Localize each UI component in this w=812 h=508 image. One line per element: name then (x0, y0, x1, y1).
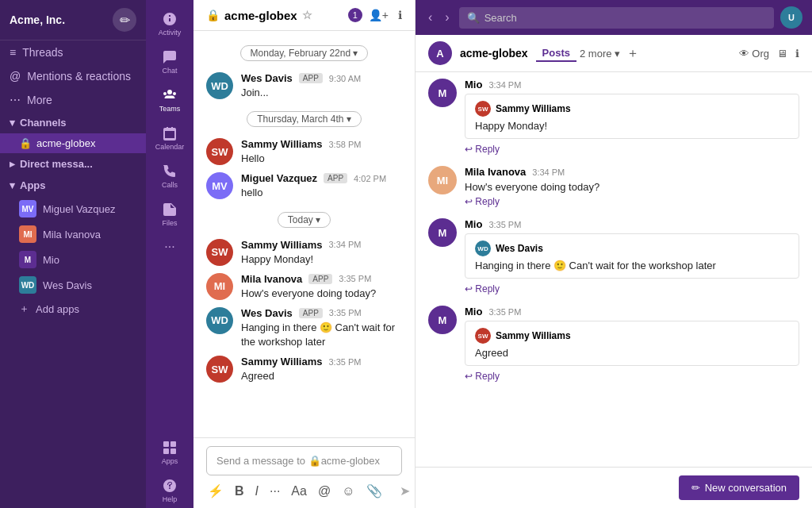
tab-more[interactable]: 2 more ▾ (580, 48, 620, 60)
italic-icon[interactable]: I (254, 483, 260, 500)
msg-text: Happy Monday! (241, 252, 402, 267)
new-conversation-button[interactable]: ✏ New conversation (679, 475, 799, 500)
forward-button[interactable]: › (442, 9, 452, 26)
emoji-icon[interactable]: ☺ (340, 483, 356, 500)
tab-posts[interactable]: Posts (536, 45, 576, 62)
svg-rect-2 (163, 448, 169, 454)
star-icon[interactable]: ☆ (302, 9, 312, 21)
date-divider-btn[interactable]: Monday, February 22nd ▾ (240, 45, 369, 61)
channels-label: Channels (20, 117, 67, 129)
sidebar-app-mio[interactable]: M Mio (0, 247, 146, 272)
nav-activity[interactable]: Activity (146, 6, 193, 41)
msg-time: 3:34 PM (328, 240, 361, 249)
info-icon[interactable]: ℹ (398, 9, 402, 21)
quoted-avatar: WD (475, 241, 491, 256)
msg-header: Sammy Williams 3:58 PM (241, 138, 402, 150)
org-button[interactable]: 👁 Org (739, 48, 769, 60)
chat-header: 🔒 acme-globex ☆ 1 👤+ ℹ (193, 0, 415, 31)
nav-chat[interactable]: Chat (146, 44, 193, 79)
sidebar-app-mila[interactable]: MI Mila Ivanova (0, 221, 146, 247)
msg-time: 4:02 PM (354, 174, 386, 183)
quoted-card: WD Wes Davis Hanging in there 🙂 Can't wa… (465, 233, 799, 279)
org-name[interactable]: Acme, Inc. (10, 13, 65, 26)
nav-calls[interactable]: Calls (146, 159, 193, 194)
compose-button[interactable]: ✏ (113, 8, 136, 32)
teams-sender-name: Mio (465, 218, 482, 230)
add-apps-button[interactable]: ＋ Add apps (0, 298, 146, 320)
table-row: SW Sammy Williams 3:35 PM Agreed (193, 352, 415, 387)
nav-help[interactable]: Help (146, 473, 193, 508)
sidebar-app-miguel[interactable]: MV Miguel Vazquez (0, 196, 146, 221)
msg-direct-text: How's everyone doing today? (465, 181, 799, 193)
date-divider-btn[interactable]: Today ▾ (278, 212, 331, 228)
apps-section[interactable]: ▾ Apps (0, 175, 146, 196)
nav-calendar[interactable]: Calendar (146, 121, 193, 156)
avatar: MI (206, 273, 233, 300)
msg-header: Sammy Williams 3:35 PM (241, 356, 402, 368)
add-tab-button[interactable]: ＋ (626, 45, 639, 62)
avatar: WD (206, 72, 233, 99)
nav-apps[interactable]: Apps (146, 435, 193, 470)
teams-sender-avatar: M (428, 306, 457, 334)
sidebar-item-more[interactable]: ⋯ More (0, 88, 146, 112)
attachment-icon[interactable]: 📎 (365, 482, 384, 500)
msg-content: Sammy Williams 3:34 PM Happy Monday! (241, 239, 402, 267)
send-button[interactable]: ➤ (400, 483, 410, 498)
calendar-label: Calendar (155, 143, 185, 151)
msg-sender: Sammy Williams (241, 356, 322, 368)
nav-ellipsis[interactable]: ··· (146, 235, 193, 259)
teams-icon-panel: Activity Chat Teams Calendar Calls Files… (146, 0, 193, 508)
msg-header: Wes Davis APP 3:35 PM (241, 307, 402, 319)
table-row: WD Wes Davis APP 3:35 PM Hanging in ther… (193, 304, 415, 352)
table-row: MV Miguel Vazquez APP 4:02 PM hello (193, 169, 415, 203)
teams-msg-time: 3:34 PM (532, 167, 565, 177)
msg-text: Hello (241, 152, 402, 166)
nav-teams[interactable]: Teams (146, 83, 193, 117)
help-label: Help (163, 495, 178, 503)
bold-icon[interactable]: B (233, 483, 246, 500)
reply-link[interactable]: ↩ Reply (465, 144, 799, 155)
msg-sender: Sammy Williams (241, 138, 322, 150)
channels-section[interactable]: ▾ Channels (0, 112, 146, 133)
dm-label: Direct messa... (20, 158, 93, 170)
text-size-icon[interactable]: Aa (289, 483, 308, 500)
sidebar-channel-acme-globex[interactable]: 🔒 acme-globex (0, 133, 146, 153)
sidebar-item-mentions[interactable]: @ Mentions & reactions (0, 64, 146, 88)
msg-sender: Wes Davis (241, 307, 293, 319)
files-label: Files (162, 219, 177, 227)
chat-label: Chat (162, 67, 177, 75)
more-formatting-icon[interactable]: ··· (268, 483, 282, 500)
mentions-label: Mentions & reactions (27, 70, 131, 83)
app-avatar: WD (19, 276, 36, 294)
quoted-avatar: SW (475, 328, 491, 344)
teams-sender-avatar: MI (428, 166, 457, 194)
date-divider-btn[interactable]: Thursday, March 4th ▾ (247, 111, 362, 127)
teams-msg-meta: Mila Ivanova 3:34 PM (465, 166, 799, 178)
apps-label: Apps (20, 179, 46, 191)
lightning-icon[interactable]: ⚡ (206, 482, 225, 500)
sidebar-item-threads[interactable]: ≡ Threads (0, 40, 146, 64)
quoted-header: WD Wes Davis (475, 241, 789, 256)
back-button[interactable]: ‹ (425, 9, 435, 26)
reply-link[interactable]: ↩ Reply (465, 283, 799, 294)
nav-files[interactable]: Files (146, 197, 193, 232)
info-button[interactable]: ℹ (795, 48, 799, 60)
search-box[interactable]: 🔍 Search (459, 7, 774, 29)
msg-text: Agreed (241, 369, 402, 383)
add-member-icon[interactable]: 👤+ (369, 9, 389, 21)
msg-text: Hanging in there 🙂 Can't wait for the wo… (241, 321, 402, 349)
teams-msg-body: Mio 3:34 PM SW Sammy Williams Happy Mond… (465, 79, 799, 155)
teams-msg-time: 3:34 PM (488, 80, 521, 90)
reply-link[interactable]: ↩ Reply (465, 196, 799, 207)
user-avatar[interactable]: U (780, 6, 802, 29)
chat-input[interactable]: Send a message to 🔒acme-globex (206, 446, 402, 475)
screen-share-icon[interactable]: 🖥 (777, 48, 787, 60)
mention-icon[interactable]: @ (316, 483, 332, 500)
date-divider: Thursday, March 4th ▾ (206, 111, 402, 127)
reply-link[interactable]: ↩ Reply (465, 371, 799, 382)
direct-messages-section[interactable]: ▸ Direct messa... (0, 153, 146, 175)
teams-msg-block: M Mio 3:35 PM WD Wes Davis Hanging in th… (428, 218, 799, 294)
teams-msg-meta: Mio 3:35 PM (465, 218, 799, 230)
sidebar-app-wes[interactable]: WD Wes Davis (0, 272, 146, 298)
threads-label: Threads (22, 46, 63, 59)
